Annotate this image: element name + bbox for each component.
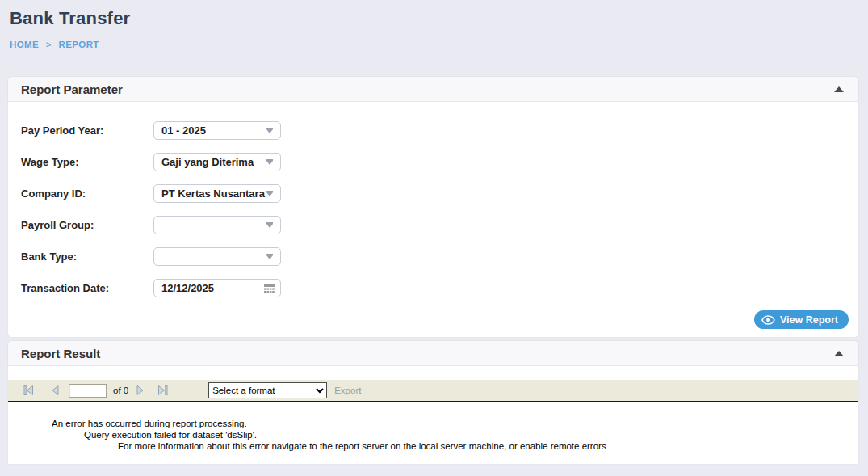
field-row-company-id: Company ID: PT Kertas Nusantara xyxy=(21,184,849,203)
chevron-down-icon xyxy=(266,129,273,133)
pay-period-year-select[interactable]: 01 - 2025 xyxy=(153,121,281,140)
wage-type-select[interactable]: Gaji yang Diterima xyxy=(153,153,281,171)
wage-type-value: Gaji yang Diterima xyxy=(161,156,254,168)
last-page-button[interactable] xyxy=(157,384,169,397)
field-row-pay-period-year: Pay Period Year: 01 - 2025 xyxy=(21,121,849,140)
previous-page-button[interactable] xyxy=(51,384,60,397)
field-row-payroll-group: Payroll Group: xyxy=(21,216,849,234)
page-count-label: of 0 xyxy=(113,385,128,395)
collapse-up-icon[interactable] xyxy=(834,351,844,356)
bank-type-select[interactable] xyxy=(153,247,281,266)
report-parameter-header[interactable]: Report Parameter xyxy=(7,76,859,102)
page-number-input[interactable] xyxy=(69,384,107,398)
breadcrumb-separator: > xyxy=(46,40,52,49)
breadcrumb: HOME > REPORT xyxy=(10,40,858,49)
error-line: Query execution failed for dataset 'dsSl… xyxy=(8,429,858,440)
field-row-transaction-date: Transaction Date: xyxy=(21,279,849,297)
report-result-body: of 0 Select a format Export An error has… xyxy=(7,366,859,465)
export-format-select[interactable]: Select a format xyxy=(208,382,327,398)
report-parameter-panel: Report Parameter Pay Period Year: 01 - 2… xyxy=(7,76,859,338)
report-result-panel: Report Result of 0 xyxy=(7,340,859,465)
report-parameter-body: Pay Period Year: 01 - 2025 Wage Type: Ga… xyxy=(7,102,859,338)
error-line: For more information about this error na… xyxy=(8,440,858,452)
chevron-down-icon xyxy=(266,224,273,228)
breadcrumb-report-link[interactable]: REPORT xyxy=(58,40,99,49)
field-row-wage-type: Wage Type: Gaji yang Diterima xyxy=(21,153,849,171)
view-report-button[interactable]: View Report xyxy=(754,310,849,329)
chevron-down-icon xyxy=(266,255,273,259)
chevron-down-icon xyxy=(266,161,273,165)
field-row-bank-type: Bank Type: xyxy=(21,247,849,266)
report-viewer-toolbar: of 0 Select a format Export xyxy=(8,380,858,402)
page-header: Bank Transfer HOME > REPORT xyxy=(0,0,868,49)
calendar-icon[interactable] xyxy=(263,283,275,297)
payroll-group-select[interactable] xyxy=(153,216,281,234)
company-id-label: Company ID: xyxy=(21,187,153,200)
bank-type-label: Bank Type: xyxy=(21,251,153,263)
transaction-date-input[interactable] xyxy=(153,279,281,297)
transaction-date-field xyxy=(153,279,281,297)
report-parameter-title: Report Parameter xyxy=(21,82,123,96)
pay-period-year-value: 01 - 2025 xyxy=(161,124,206,137)
report-result-header[interactable]: Report Result xyxy=(7,340,859,366)
wage-type-label: Wage Type: xyxy=(21,156,153,168)
actions-row: View Report xyxy=(21,310,849,329)
page-title: Bank Transfer xyxy=(10,8,858,29)
company-id-value: PT Kertas Nusantara xyxy=(161,187,265,200)
transaction-date-label: Transaction Date: xyxy=(21,282,153,294)
breadcrumb-home-link[interactable]: HOME xyxy=(10,40,39,49)
chevron-down-icon xyxy=(266,192,273,196)
company-id-select[interactable]: PT Kertas Nusantara xyxy=(153,184,281,203)
error-line: An error has occurred during report proc… xyxy=(8,418,858,429)
report-result-title: Report Result xyxy=(21,347,100,360)
pay-period-year-label: Pay Period Year: xyxy=(21,124,153,137)
eye-icon xyxy=(761,315,775,325)
view-report-label: View Report xyxy=(780,314,838,326)
collapse-up-icon[interactable] xyxy=(834,86,844,92)
next-page-button[interactable] xyxy=(136,384,145,397)
export-link: Export xyxy=(334,385,361,395)
payroll-group-label: Payroll Group: xyxy=(21,219,153,231)
first-page-button[interactable] xyxy=(23,384,35,397)
error-message-block: An error has occurred during report proc… xyxy=(8,402,858,452)
